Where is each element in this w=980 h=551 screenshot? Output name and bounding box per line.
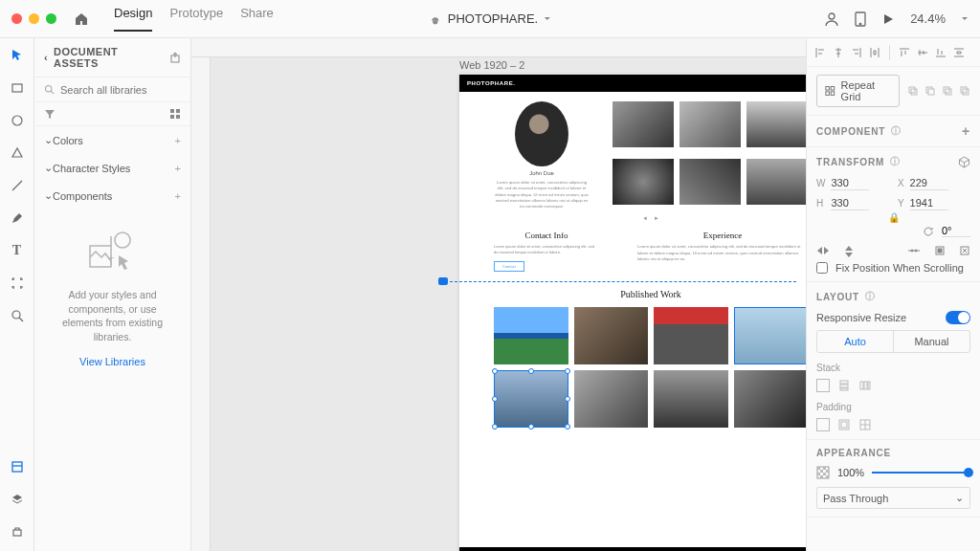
mobile-preview-icon[interactable] [855,11,866,27]
padding-enable-checkbox[interactable] [816,418,830,431]
maximize-window-icon[interactable] [46,13,56,24]
play-preview-icon[interactable] [881,12,895,26]
artboard-web-1920-2[interactable]: PHOTOPHARE. ○≡ John Doe Lorem ipsum dolo… [459,75,806,551]
svg-rect-18 [831,87,835,91]
artboard-tool-icon[interactable] [8,274,27,293]
add-op-icon[interactable] [907,85,919,97]
stack-label: Stack [816,363,970,373]
exclude-op-icon[interactable] [959,85,970,97]
repeat-grid-button[interactable]: Repeat Grid [816,75,900,107]
flip-h-icon[interactable] [816,245,830,258]
svg-rect-38 [864,382,867,389]
svg-rect-36 [840,388,848,390]
subtract-op-icon[interactable] [924,85,936,97]
height-input[interactable] [831,196,869,210]
user-icon[interactable] [824,11,839,27]
add-char-style-icon[interactable]: + [175,163,181,174]
padding-individual-icon[interactable] [858,418,872,431]
assets-panel-icon[interactable] [8,457,27,476]
resize-mode-segment: Auto Manual [816,330,970,353]
assets-search-input[interactable] [60,84,192,96]
close-window-icon[interactable] [11,13,22,24]
scatter-icon[interactable] [907,245,921,258]
dock-icon[interactable] [934,245,946,258]
align-toolbar [807,38,980,67]
intersect-op-icon[interactable] [942,85,953,97]
text-tool-icon[interactable]: T [8,241,27,260]
share-assets-icon[interactable] [169,52,181,63]
align-middle-icon[interactable] [917,47,928,58]
y-input[interactable] [910,196,948,210]
resize-auto-button[interactable]: Auto [817,331,893,352]
bio-text: Lorem ipsum dolor sit amet, consectetur … [494,180,590,209]
back-chevron-icon[interactable]: ‹ [44,52,48,63]
svg-rect-19 [826,92,830,96]
opacity-slider[interactable] [872,472,970,474]
portfolio-image [746,101,806,147]
plugins-panel-icon[interactable] [8,522,27,541]
opacity-value[interactable]: 100% [837,467,864,478]
svg-rect-17 [826,87,830,91]
stack-horizontal-icon[interactable] [858,379,872,392]
stack-enable-checkbox[interactable] [816,379,830,392]
align-center-h-icon[interactable] [833,47,844,58]
home-icon[interactable] [74,11,89,27]
svg-rect-47 [826,470,829,473]
grid-view-icon[interactable] [169,108,181,120]
rotate-icon[interactable] [923,226,934,237]
add-color-icon[interactable]: + [175,135,181,146]
line-tool-icon[interactable] [8,176,27,195]
titlebar-right-actions: 24.4% [824,11,969,27]
fix-position-checkbox[interactable] [816,262,828,274]
x-input[interactable] [910,176,948,190]
width-input[interactable] [831,176,869,190]
blend-mode-select[interactable]: Pass Through ⌄ [816,487,970,509]
artboard-2-label[interactable]: Web 1920 – 2 [459,59,524,71]
rectangle-tool-icon[interactable] [8,78,27,98]
pen-tool-icon[interactable] [8,209,27,228]
char-styles-section[interactable]: ⌄ Character Styles+ [34,154,190,182]
misc-icon[interactable] [959,245,970,258]
3d-transform-icon[interactable] [958,156,970,168]
zoom-tool-icon[interactable] [8,306,27,325]
svg-point-30 [915,250,917,252]
add-component-icon[interactable]: + [175,190,181,202]
tab-prototype[interactable]: Prototype [169,6,223,32]
colors-section[interactable]: ⌄ Colors+ [34,126,190,154]
view-libraries-link[interactable]: View Libraries [79,356,145,367]
minimize-window-icon[interactable] [29,13,39,24]
published-image-selected-primary[interactable] [494,370,568,428]
tab-design[interactable]: Design [114,6,152,32]
layers-panel-icon[interactable] [8,490,27,509]
published-image-selected[interactable] [734,307,807,364]
distribute-h-icon[interactable] [869,47,880,58]
stack-vertical-icon[interactable] [837,379,851,392]
align-right-icon[interactable] [851,47,862,58]
align-left-icon[interactable] [814,47,826,58]
tab-share[interactable]: Share [240,6,274,32]
svg-rect-12 [170,115,174,119]
lock-aspect-icon[interactable]: 🔒 [888,212,900,223]
canvas-area[interactable]: Web 1920 – 2 Web 1920 – 1 PHOTOPHARE. ○≡… [191,38,806,551]
svg-rect-22 [911,89,917,95]
padding-uniform-icon[interactable] [837,418,851,431]
distribute-v-icon[interactable] [953,47,965,58]
add-component-prop-icon[interactable]: + [962,123,970,139]
rotation-input[interactable] [942,225,970,237]
resize-manual-button[interactable]: Manual [893,331,969,352]
carousel-controls: ◄► [494,215,806,221]
zoom-value[interactable]: 24.4% [910,11,946,26]
ellipse-tool-icon[interactable] [8,111,27,130]
zoom-chevron-icon[interactable] [961,15,969,23]
align-top-icon[interactable] [899,47,910,58]
filter-icon[interactable] [44,108,56,120]
polygon-tool-icon[interactable] [8,143,27,163]
document-title[interactable]: PHOTOPHARE. [429,11,551,26]
components-section[interactable]: ⌄ Components+ [34,182,190,209]
responsive-resize-toggle[interactable] [946,311,970,324]
flip-v-icon[interactable] [843,245,855,258]
component-section-header: COMPONENT [816,126,885,137]
select-tool-icon[interactable] [8,46,27,65]
align-bottom-icon[interactable] [935,47,947,58]
guide-handle[interactable] [438,277,448,285]
